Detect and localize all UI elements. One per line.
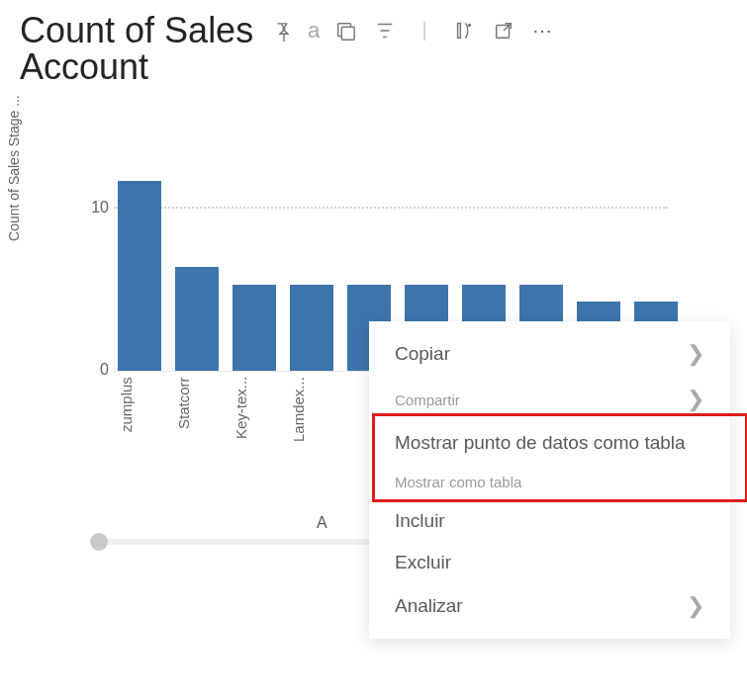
page-title-line2: Account: [0, 46, 747, 88]
toolbar-divider: |: [414, 20, 435, 42]
page-title-line1: Count of Sales: [20, 10, 253, 50]
ctx-exclude-label: Excluir: [395, 552, 451, 573]
ctx-copy-label: Copiar: [395, 343, 450, 365]
context-menu: Copiar ❯ Compartir ❯ Mostrar punto de da…: [369, 321, 730, 639]
bar[interactable]: [175, 267, 219, 371]
ctx-analyze-label: Analizar: [395, 595, 463, 617]
ctx-show-table[interactable]: Mostrar como tabla: [369, 464, 730, 500]
ctx-include[interactable]: Incluir: [369, 500, 730, 542]
y-axis-label: Count of Sales Stage ...: [6, 69, 22, 267]
svg-point-3: [469, 24, 471, 26]
focus-mode-icon[interactable]: [334, 20, 356, 42]
bar[interactable]: [233, 285, 276, 372]
x-tick-label: Statcorr: [175, 377, 219, 476]
export-icon[interactable]: [493, 20, 514, 42]
ctx-copy[interactable]: Copiar ❯: [369, 331, 730, 377]
chevron-right-icon: ❯: [687, 387, 704, 412]
ctx-analyze[interactable]: Analizar ❯: [369, 583, 730, 629]
spotlight-icon[interactable]: [453, 20, 475, 42]
x-tick-label: Key-tex...: [233, 377, 276, 476]
scroll-thumb[interactable]: [90, 533, 108, 551]
svg-rect-1: [341, 27, 354, 40]
ctx-exclude[interactable]: Excluir: [369, 542, 730, 583]
x-axis-label: A: [317, 514, 327, 532]
x-tick-label: Lamdex...: [290, 377, 333, 476]
chevron-right-icon: ❯: [687, 593, 704, 619]
y-tick-0: 0: [79, 361, 109, 379]
y-tick-10: 10: [79, 199, 109, 217]
ctx-show-table-label: Mostrar como tabla: [395, 474, 521, 490]
ctx-share[interactable]: Compartir ❯: [369, 377, 730, 422]
visual-header-toolbar: a | ⋯: [271, 20, 554, 42]
ctx-include-label: Incluir: [395, 510, 445, 532]
pin-icon[interactable]: [271, 20, 293, 42]
filter-icon[interactable]: [374, 20, 396, 42]
ctx-show-point-table[interactable]: Mostrar punto de datos como tabla: [369, 422, 730, 464]
x-tick-label: zumplus: [118, 377, 161, 476]
more-options-icon[interactable]: ⋯: [532, 20, 554, 42]
ctx-show-point-label: Mostrar punto de datos como tabla: [395, 432, 686, 454]
ctx-share-label: Compartir: [395, 392, 460, 408]
bar[interactable]: [118, 181, 161, 372]
truncated-title-hint: a: [303, 20, 325, 42]
svg-rect-2: [458, 23, 461, 38]
chevron-right-icon: ❯: [687, 341, 704, 367]
bar[interactable]: [290, 285, 333, 372]
